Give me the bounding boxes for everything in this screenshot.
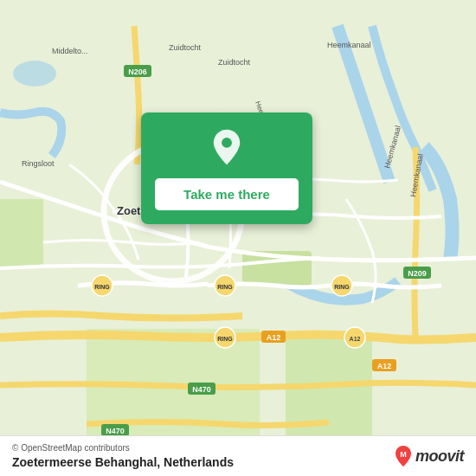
- svg-text:RING: RING: [217, 336, 233, 342]
- svg-text:Zuidtocht: Zuidtocht: [218, 58, 251, 67]
- svg-text:RING: RING: [217, 284, 233, 290]
- svg-point-1: [13, 61, 56, 87]
- osm-credit: © OpenStreetMap contributors: [12, 443, 234, 453]
- location-name: Zoetermeerse Behanghal, Netherlands: [12, 455, 234, 469]
- svg-text:A12: A12: [377, 362, 392, 370]
- svg-text:Ringsloot: Ringsloot: [22, 159, 55, 168]
- bottom-bar: © OpenStreetMap contributors Zoetermeers…: [0, 435, 476, 476]
- bottom-bar-info: © OpenStreetMap contributors Zoetermeers…: [12, 443, 234, 469]
- popup-card: Take me there: [141, 113, 312, 224]
- moovit-logo: M moovit: [394, 445, 464, 467]
- svg-text:Middelto...: Middelto...: [52, 47, 88, 55]
- svg-text:RING: RING: [334, 284, 350, 290]
- map-container: RING RING RING RING A12 N206 N209 N470 N…: [0, 0, 476, 476]
- map-background: RING RING RING RING A12 N206 N209 N470 N…: [0, 0, 476, 476]
- moovit-brand-text: moovit: [415, 447, 464, 466]
- location-pin-icon: [208, 128, 246, 166]
- svg-text:M: M: [400, 450, 407, 459]
- svg-text:RING: RING: [94, 284, 110, 290]
- svg-text:A12: A12: [267, 333, 281, 342]
- svg-point-38: [222, 138, 232, 148]
- svg-text:A12: A12: [350, 336, 361, 342]
- svg-text:N470: N470: [192, 385, 211, 394]
- moovit-pin-icon: M: [394, 445, 413, 467]
- svg-text:Heemkanaal: Heemkanaal: [327, 41, 371, 49]
- svg-text:Zuidtocht: Zuidtocht: [169, 43, 202, 52]
- svg-rect-3: [0, 199, 43, 268]
- svg-text:N206: N206: [128, 68, 147, 76]
- svg-text:N209: N209: [408, 269, 427, 278]
- take-me-there-button[interactable]: Take me there: [155, 178, 299, 210]
- svg-rect-5: [286, 338, 372, 450]
- svg-text:N470: N470: [106, 427, 125, 435]
